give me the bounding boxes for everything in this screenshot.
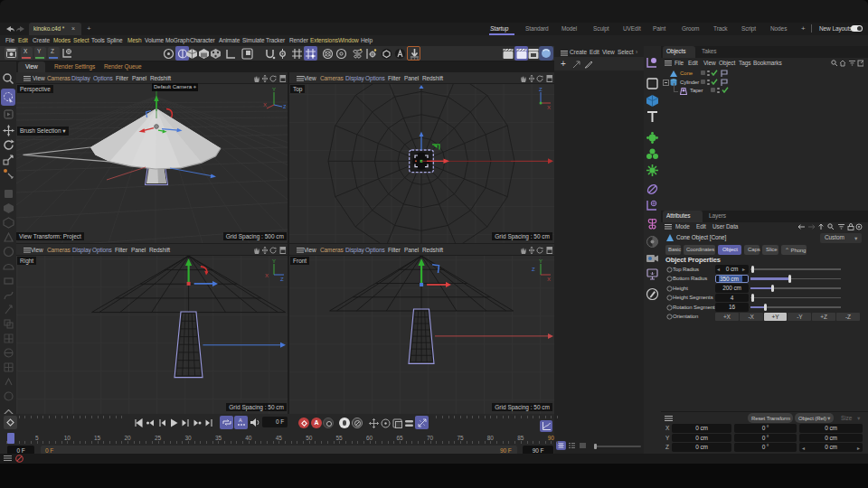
svg-text:Y: Y: [272, 258, 276, 264]
svg-text:Y: Y: [539, 258, 542, 264]
svg-text:Z: Z: [532, 267, 535, 272]
svg-text:X: X: [263, 102, 267, 108]
svg-text:Z: Z: [539, 87, 542, 92]
svg-text:Y: Y: [272, 87, 276, 92]
svg-text:Z: Z: [280, 277, 284, 282]
svg-text:Z: Z: [283, 104, 286, 109]
svg-text:A: A: [239, 418, 242, 423]
svg-text:X: X: [547, 277, 551, 282]
svg-text:X: X: [265, 273, 269, 278]
svg-text:X: X: [547, 105, 551, 110]
